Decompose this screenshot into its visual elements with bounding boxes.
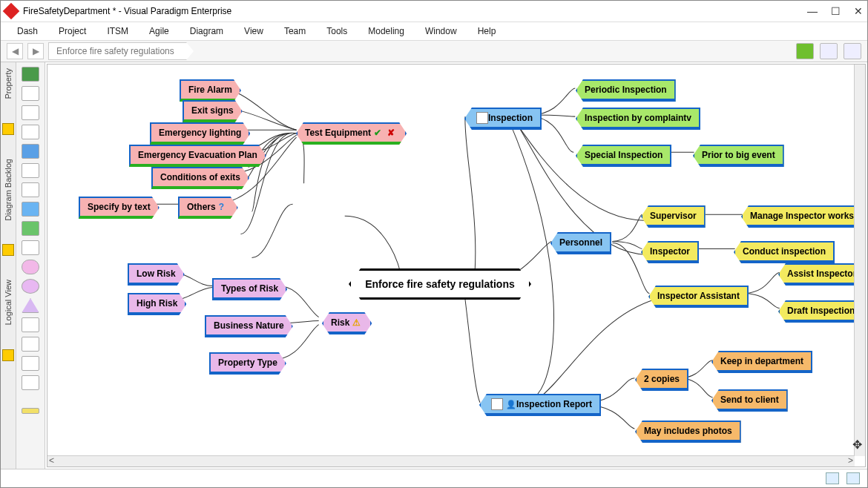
side-tab-property[interactable]: Property xyxy=(4,68,13,99)
side-tab-logical[interactable]: Logical View xyxy=(4,280,13,326)
tool-palette xyxy=(16,62,45,469)
nav-back-button[interactable]: ◀ xyxy=(7,43,23,59)
node-conduct-inspection[interactable]: Conduct inspection xyxy=(734,241,835,263)
node-label: Inspector Assistant xyxy=(657,291,740,301)
palette-camera-icon[interactable] xyxy=(22,240,39,255)
vertical-scrollbar[interactable] xyxy=(854,65,865,456)
node-inspector[interactable]: Inspector xyxy=(641,241,699,263)
node-label: High Risk xyxy=(137,298,177,309)
node-emergency-lighting[interactable]: Emergency lighting xyxy=(150,122,250,145)
node-personnel[interactable]: Personnel xyxy=(550,232,611,254)
palette-list-icon[interactable] xyxy=(22,337,39,352)
node-label: May includes photos xyxy=(644,426,732,436)
menu-window[interactable]: Window xyxy=(425,26,457,36)
side-tab-icon[interactable] xyxy=(2,244,14,256)
node-label: Keep in department xyxy=(720,356,803,366)
node-send-client[interactable]: Send to client xyxy=(711,389,788,412)
node-two-copies[interactable]: 2 copies xyxy=(635,369,688,391)
node-test-equipment[interactable]: Test Equipment xyxy=(296,122,407,145)
menu-help[interactable]: Help xyxy=(478,26,496,36)
horizontal-scrollbar[interactable] xyxy=(47,455,855,466)
node-inspection[interactable]: Inspection xyxy=(464,108,542,130)
node-special[interactable]: Special Inspection xyxy=(576,145,671,167)
node-specify-text[interactable]: Specify by text xyxy=(79,197,160,219)
node-keep-dept[interactable]: Keep in department xyxy=(711,351,812,373)
palette-table-icon[interactable] xyxy=(22,182,39,197)
mail-icon[interactable] xyxy=(826,472,839,484)
palette-panel-icon[interactable] xyxy=(22,356,39,371)
node-manage-works[interactable]: Manage Inspector works xyxy=(741,205,863,228)
side-tab-icon[interactable] xyxy=(2,349,14,361)
node-exit-signs[interactable]: Exit signs xyxy=(183,100,243,122)
node-high-risk[interactable]: High Risk xyxy=(128,293,186,315)
breadcrumb[interactable]: Enforce fire safety regulations xyxy=(48,42,187,60)
node-business-nature[interactable]: Business Nature xyxy=(205,315,293,337)
node-label: Emergency Evacuation Plan xyxy=(138,150,257,160)
node-label: Send to client xyxy=(720,395,779,405)
node-fire-alarm[interactable]: Fire Alarm xyxy=(180,79,241,102)
node-label: Others xyxy=(187,202,216,212)
node-by-complaint[interactable]: Inspection by complaintv xyxy=(576,108,700,130)
menu-diagram[interactable]: Diagram xyxy=(190,26,223,36)
node-periodic[interactable]: Periodic Inspection xyxy=(576,79,676,102)
palette-export-icon[interactable] xyxy=(22,375,39,390)
node-types-risk[interactable]: Types of Risk xyxy=(212,278,287,300)
palette-note-icon[interactable] xyxy=(22,86,39,101)
node-inspector-assistant[interactable]: Inspector Assistant xyxy=(648,286,749,308)
palette-rounded-icon[interactable] xyxy=(22,260,39,274)
palette-highlight-icon[interactable] xyxy=(22,408,39,414)
menu-agile[interactable]: Agile xyxy=(149,26,169,36)
side-tab-backlog[interactable]: Diagram Backlog xyxy=(4,159,13,221)
node-inspection-report[interactable]: Inspection Report xyxy=(479,394,601,416)
node-risk[interactable]: Risk xyxy=(322,312,372,334)
node-conditions-exits[interactable]: Conditions of exits xyxy=(151,167,249,189)
breadcrumb-toolbar: ◀ ▶ Enforce fire safety regulations xyxy=(1,41,867,62)
menu-itsm[interactable]: ITSM xyxy=(107,26,128,36)
palette-curve-icon[interactable] xyxy=(22,125,39,139)
menu-project[interactable]: Project xyxy=(59,26,86,36)
side-tab-icon[interactable] xyxy=(2,123,14,135)
node-evac-plan[interactable]: Emergency Evacuation Plan xyxy=(129,145,266,167)
node-label: Conditions of exits xyxy=(160,172,240,182)
node-label: Risk xyxy=(331,317,349,328)
app-window: FireSafetyDepartment * - Visual Paradigm… xyxy=(0,0,868,488)
close-button[interactable]: ✕ xyxy=(854,5,863,17)
node-may-photos[interactable]: May includes photos xyxy=(635,421,741,443)
task-icon[interactable] xyxy=(846,472,860,484)
node-label: Business Nature xyxy=(214,320,284,331)
palette-pointer-icon[interactable] xyxy=(22,67,39,82)
menu-bar: Dash Project ITSM Agile Diagram View Tea… xyxy=(1,22,867,41)
node-low-risk[interactable]: Low Risk xyxy=(128,263,185,286)
menu-tools[interactable]: Tools xyxy=(326,26,347,36)
palette-grid-icon[interactable] xyxy=(22,163,39,178)
palette-triangle-icon[interactable] xyxy=(22,298,39,313)
node-others[interactable]: Others ? xyxy=(178,197,238,219)
central-topic[interactable]: Enforce fire safety regulations xyxy=(349,268,531,300)
node-label: Inspection xyxy=(488,113,533,123)
node-property-type[interactable]: Property Type xyxy=(209,352,286,375)
canvas[interactable]: Enforce fire safety regulations Test Equ… xyxy=(47,64,866,467)
menu-dash[interactable]: Dash xyxy=(17,26,38,36)
node-prior-event[interactable]: Prior to big event xyxy=(693,145,784,167)
menu-modeling[interactable]: Modeling xyxy=(368,26,404,36)
layout-icon[interactable] xyxy=(844,43,861,59)
palette-line-icon[interactable] xyxy=(22,105,39,120)
maximize-button[interactable]: ☐ xyxy=(831,5,841,17)
menu-view[interactable]: View xyxy=(244,26,263,36)
palette-image-icon[interactable] xyxy=(22,221,39,236)
fit-window-icon[interactable] xyxy=(820,43,838,59)
menu-team[interactable]: Team xyxy=(284,26,306,36)
node-supervisor[interactable]: Supervisor xyxy=(641,205,706,228)
app-logo-icon xyxy=(3,3,20,20)
palette-folder-icon[interactable] xyxy=(22,144,39,159)
palette-ellipse-icon[interactable] xyxy=(22,279,39,294)
chat-icon[interactable] xyxy=(796,43,814,59)
node-draft-report[interactable]: Draft Inspection Rep xyxy=(778,300,866,323)
node-label: Periodic Inspection xyxy=(585,85,667,95)
node-assist-inspector[interactable]: Assist Inspector to xyxy=(778,263,866,286)
palette-rect-icon[interactable] xyxy=(22,202,39,217)
minimize-button[interactable]: — xyxy=(807,5,818,17)
pan-handle-icon[interactable]: ✥ xyxy=(852,438,862,452)
palette-zigzag-icon[interactable] xyxy=(22,317,39,332)
nav-forward-button[interactable]: ▶ xyxy=(27,43,44,59)
